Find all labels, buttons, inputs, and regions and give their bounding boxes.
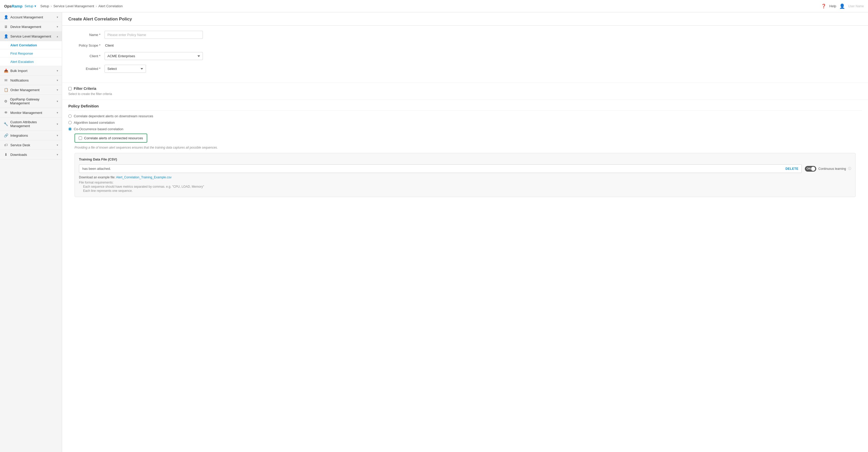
service-level-subitems: Alert Correlation First Response Alert E… — [0, 41, 62, 66]
sidebar-item-service-desk[interactable]: 🏷 Service Desk ▾ — [0, 140, 62, 150]
client-select[interactable]: ACME Enterprises — [104, 52, 203, 60]
logo-text: OpsRamp — [4, 4, 23, 8]
sidebar-item-device-management[interactable]: 🖥 Device Management ▾ — [0, 22, 62, 32]
file-row: has been attached. DELETE ON Continuous … — [79, 164, 851, 173]
setup-button[interactable]: Setup ▾ — [25, 4, 36, 8]
chevron-down-icon: ▾ — [57, 100, 58, 103]
sidebar-item-service-level-management[interactable]: 👤 Service Level Management ▴ — [0, 32, 62, 41]
sidebar-item-integrations[interactable]: 🔗 Integrations ▾ — [0, 131, 62, 140]
sidebar-item-bulk-import[interactable]: 📥 Bulk Import ▾ — [0, 66, 62, 76]
radio-option-1[interactable]: Correlate dependent alerts on downstream… — [68, 114, 862, 118]
enabled-label: Enabled * — [68, 67, 104, 71]
breadcrumb-alert-correlation: Alert Correlation — [98, 4, 123, 8]
downloads-icon: ⬇ — [4, 152, 8, 157]
filter-criteria-checkbox[interactable] — [68, 87, 72, 90]
client-label: Client * — [68, 54, 104, 58]
radio-input-1[interactable] — [68, 114, 72, 118]
order-management-icon: 📋 — [4, 88, 8, 92]
sidebar: 👤 Account Management ▾ 🖥 Device Manageme… — [0, 12, 62, 452]
download-link[interactable]: Alert_Correlation_Training_Example.csv — [116, 176, 171, 179]
hint-text: Providing a file of known alert sequence… — [74, 146, 862, 149]
sidebar-item-alert-correlation[interactable]: Alert Correlation — [0, 41, 62, 50]
continuous-learning-info-icon: ⓘ — [848, 167, 851, 171]
filter-criteria-header: Filter Criteria — [68, 87, 862, 91]
delete-button[interactable]: DELETE — [785, 167, 798, 171]
download-row: Download an example file: Alert_Correlat… — [79, 176, 851, 179]
custom-attributes-icon: 🔧 — [4, 122, 8, 126]
breadcrumb: Setup › Service Level Management › Alert… — [40, 4, 821, 8]
filter-criteria-section: Filter Criteria Select to create the fil… — [62, 83, 868, 100]
chevron-down-icon: ▾ — [57, 88, 58, 92]
radio-label-3: Co-Occurrence based correlation — [74, 127, 123, 131]
chevron-up-icon: ▴ — [57, 35, 58, 38]
sidebar-label-notifications: Notifications — [10, 79, 29, 82]
training-data-section: Training Data File (CSV) has been attach… — [74, 153, 856, 197]
sidebar-label-downloads: Downloads — [10, 153, 27, 157]
logo: OpsRamp — [4, 4, 23, 8]
chevron-down-icon: ▾ — [57, 69, 58, 72]
sidebar-label-bulk-import: Bulk Import — [10, 69, 27, 73]
sidebar-item-downloads[interactable]: ⬇ Downloads ▾ — [0, 150, 62, 159]
service-desk-icon: 🏷 — [4, 143, 8, 147]
training-data-title: Training Data File (CSV) — [79, 157, 851, 161]
help-button[interactable]: Help — [830, 4, 836, 8]
radio-input-2[interactable] — [68, 121, 72, 124]
sidebar-label-custom-attributes: Custom Attributes Management — [10, 120, 57, 128]
continuous-learning-toggle[interactable]: ON — [805, 166, 816, 172]
bulk-import-icon: 📥 — [4, 69, 8, 73]
file-input-box: has been attached. DELETE — [79, 164, 802, 173]
monitor-management-icon: 👁 — [4, 111, 8, 115]
policy-scope-label: Policy Scope * — [68, 43, 104, 48]
sidebar-item-account-management[interactable]: 👤 Account Management ▾ — [0, 12, 62, 22]
breadcrumb-setup: Setup — [40, 4, 49, 8]
user-avatar-icon: 👤 — [839, 3, 845, 9]
sidebar-label-opsramp-gateway: OpsRamp Gateway Management — [10, 97, 57, 105]
sidebar-item-custom-attributes[interactable]: 🔧 Custom Attributes Management ▾ — [0, 118, 62, 131]
chevron-down-icon: ▾ — [57, 111, 58, 114]
sidebar-item-notifications[interactable]: ✉ Notifications ▾ — [0, 76, 62, 85]
chevron-down-icon: ▾ — [57, 16, 58, 19]
sidebar-label-order-management: Order Management — [10, 88, 40, 92]
service-level-icon: 👤 — [4, 34, 8, 38]
client-row: Client * ACME Enterprises — [68, 52, 862, 60]
enabled-row: Enabled * Select Yes No — [68, 65, 862, 73]
sidebar-label-account-management: Account Management — [10, 15, 43, 19]
radio-input-3[interactable] — [68, 127, 72, 131]
topnav-right: ❓ Help 👤 User Name — [821, 3, 864, 9]
policy-definition-section: Policy Definition Correlate dependent al… — [62, 100, 868, 201]
chevron-down-icon: ▾ — [57, 143, 58, 147]
radio-label-1: Correlate dependent alerts on downstream… — [74, 114, 153, 118]
name-label: Name * — [68, 33, 104, 37]
sidebar-label-service-level-management: Service Level Management — [10, 34, 51, 38]
sidebar-item-opsramp-gateway[interactable]: ⚙ OpsRamp Gateway Management ▾ — [0, 95, 62, 108]
basic-form-section: Name * Policy Scope * Client Client * AC… — [62, 26, 868, 83]
chevron-down-icon: ▾ — [57, 122, 58, 126]
radio-option-3[interactable]: Co-Occurrence based correlation — [68, 127, 862, 131]
sidebar-label-monitor-management: Monitor Management — [10, 111, 42, 115]
sidebar-label-device-management: Device Management — [10, 25, 41, 29]
toggle-slider: ON — [805, 166, 816, 172]
sidebar-item-monitor-management[interactable]: 👁 Monitor Management ▾ — [0, 108, 62, 118]
breadcrumb-service-level: Service Level Management — [53, 4, 94, 8]
sidebar-item-order-management[interactable]: 📋 Order Management ▾ — [0, 85, 62, 95]
toggle-wrap: ON Continuous learning ⓘ — [805, 166, 851, 172]
correlate-connected-resources-box[interactable]: Correlate alerts of connected resources — [74, 133, 147, 143]
policy-definition-title: Policy Definition — [68, 104, 862, 111]
chevron-down-icon: ▾ — [57, 79, 58, 82]
opsramp-gateway-icon: ⚙ — [4, 99, 8, 103]
file-req-2: Each line represents one sequence. — [83, 189, 851, 192]
integrations-icon: 🔗 — [4, 133, 8, 138]
sidebar-item-first-response[interactable]: First Response — [0, 50, 62, 58]
sidebar-item-alert-escalation[interactable]: Alert Escalation — [0, 58, 62, 66]
policy-scope-value: Client — [104, 43, 114, 48]
enabled-select[interactable]: Select Yes No — [104, 65, 146, 73]
topnav: OpsRamp Setup ▾ Setup › Service Level Ma… — [0, 0, 868, 12]
correlate-checkbox-label: Correlate alerts of connected resources — [84, 136, 143, 140]
name-row: Name * — [68, 31, 862, 39]
file-format-title: File format requirements: — [79, 181, 113, 184]
sidebar-label-integrations: Integrations — [10, 133, 28, 138]
name-input[interactable] — [104, 31, 203, 39]
setup-chevron-icon: ▾ — [34, 4, 36, 8]
radio-option-2[interactable]: Algorithm based correlation — [68, 121, 862, 124]
correlate-checkbox[interactable] — [79, 137, 82, 140]
